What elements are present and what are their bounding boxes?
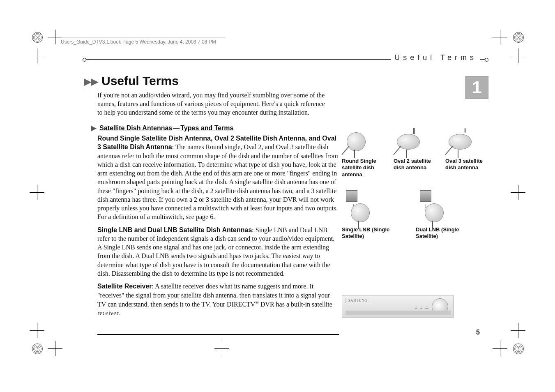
crop-mark-icon [495,32,505,42]
chapter-number: 1 [472,78,481,97]
crop-mark-icon [495,344,505,353]
book-meta-line: Users_Guide_DTV3.1.book Page 5 Wednesday… [61,37,225,45]
receiver-brand: SAMSUNG [345,298,370,303]
crop-mark-icon [32,51,42,61]
page-number: 5 [476,329,480,336]
registration-mark-icon [513,32,524,43]
crop-mark-icon [50,344,60,353]
body-text: Round Single Satellite Dish Antenna, Ova… [97,134,339,322]
figure-dual-lnb: ↓ ↓ Dual LNB (Single Satellite) [416,189,465,240]
paragraph-2: Single LNB and Dual LNB Satellite Dish A… [97,226,339,278]
em-dash: — [173,125,180,131]
registered-mark: ® [255,300,258,305]
section-title-text: Useful Terms [101,74,179,88]
paragraph-3: Satellite Receiver: A satellite receiver… [97,282,339,317]
crop-mark-icon [32,325,42,335]
paragraph-1: Round Single Satellite Dish Antenna, Ova… [97,134,339,221]
caption-dual-lnb: Dual LNB (Single Satellite) [416,226,465,240]
figure-oval3: ⦀ Oval 3 satellite dish antenna [445,130,486,178]
section-title: ▶▶Useful Terms [84,74,179,88]
intro-paragraph: If you're not an audio/video wizard, you… [97,91,327,117]
receiver-slot-icon [345,311,451,315]
single-lnb-icon: ↓ [342,189,371,226]
running-head: Useful Terms [391,53,480,62]
p1-body: : The names Round single, Oval 2, and Ov… [97,143,338,220]
caption-single-lnb: Single LNB (Single Satellite) [342,226,391,240]
caption-oval2: Oval 2 satellite dish antenna [394,158,434,171]
caret-right-double-icon: ▶▶ [84,76,98,87]
crop-mark-icon [513,187,523,197]
crop-mark-icon [32,187,42,197]
crop-mark-icon [513,51,523,61]
figure-single-lnb: ↓ Single LNB (Single Satellite) [342,189,391,240]
p2-lead: Single LNB and Dual LNB Satellite Dish A… [97,226,252,233]
oval3-dish-icon: ⦀ [445,130,475,158]
body-separator-rule [97,334,339,335]
caption-oval3: Oval 3 satellite dish antenna [445,158,486,171]
registration-mark-icon [32,32,43,43]
chapter-number-tab: 1 [465,76,488,99]
dual-lnb-icon: ↓ ↓ [416,189,445,226]
round-dish-icon [342,130,371,158]
oval2-dish-icon: ‖ [394,130,423,158]
subheading-part1: Satellite Dish Antennas [99,125,172,131]
crop-mark-icon [217,344,227,353]
figure-round-single: Round Single satellite dish antenna [342,130,382,178]
figure-oval2: ‖ Oval 2 satellite dish antenna [394,130,434,178]
crop-mark-icon [513,325,523,335]
caret-right-icon: ▶ [91,125,96,131]
registration-mark-icon [32,344,43,354]
subheading-part2: Types and Terms [180,125,233,131]
registration-mark-icon [513,344,524,354]
crop-mark-icon [50,32,60,42]
subheading: ▶Satellite Dish Antennas—Types and Terms [91,124,233,132]
p3-lead: Satellite Receiver [97,283,152,290]
figure-receiver: SAMSUNG ··○ [342,295,454,318]
receiver-buttons-icon: ··○ [415,304,428,309]
p2-body: : Single LNB and Dual LNB refer to the n… [97,226,334,277]
caption-round: Round Single satellite dish antenna [342,158,382,178]
